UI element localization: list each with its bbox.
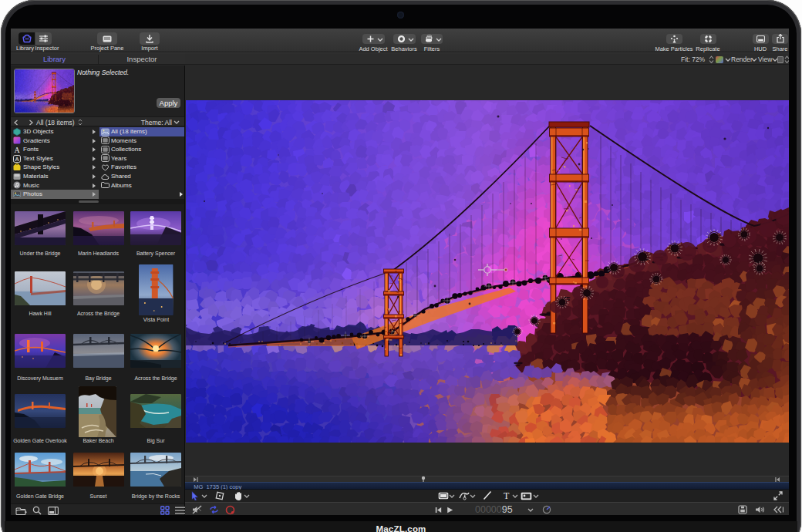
svg-text:A: A bbox=[14, 146, 20, 153]
svg-text:A: A bbox=[15, 156, 19, 163]
